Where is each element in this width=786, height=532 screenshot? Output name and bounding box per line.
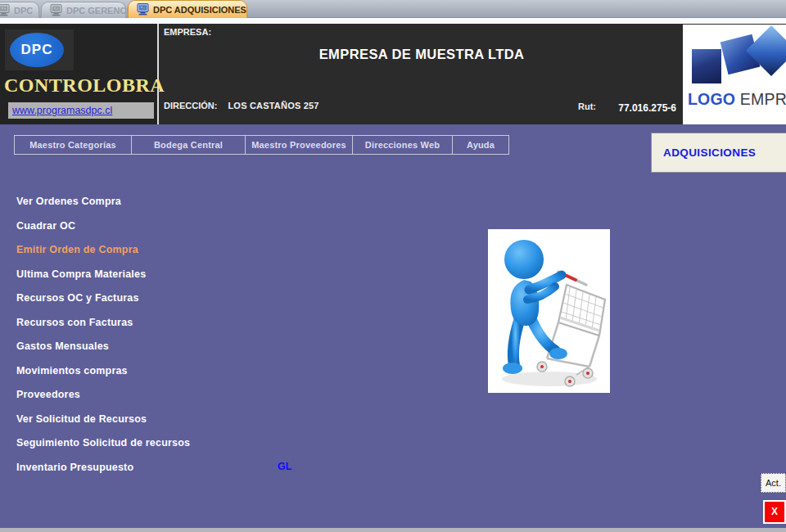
menubar-item-maestro-proveedores[interactable]: Maestro Proveedores xyxy=(246,136,353,154)
menu-bar: Maestro Categorías Bodega Central Maestr… xyxy=(14,135,509,155)
rut-value: 77.016.275-6 xyxy=(618,102,676,114)
website-link[interactable]: www.programasdpc.cl xyxy=(8,105,112,116)
monitor-icon xyxy=(0,4,11,16)
direccion-label: DIRECCIÓN: xyxy=(164,101,217,110)
header-brand-panel: DPC CONTROLOBRA www.programasdpc.cl xyxy=(0,24,159,124)
figure-with-shopping-cart xyxy=(488,229,610,393)
company-logo-panel: LOGO EMPRESA xyxy=(683,25,786,124)
nav-item-ultima-compra-materiales[interactable]: Ultima Compra Materiales xyxy=(16,263,190,287)
menubar-item-direcciones-web[interactable]: Direcciones Web xyxy=(353,136,453,154)
nav-item-seguimiento-solicitud[interactable]: Seguimiento Solicitud de recursos xyxy=(16,431,190,456)
nav-item-ver-solicitud-de-recursos[interactable]: Ver Solicitud de Recursos xyxy=(16,408,190,432)
dpc-logo-tile: DPC xyxy=(5,29,74,70)
company-name: EMPRESA DE MUESTRA LTDA xyxy=(160,47,683,62)
nav-item-cuadrar-oc[interactable]: Cuadrar OC xyxy=(16,214,190,239)
sidebar-nav: Ver Ordenes Compra Cuadrar OC Emitir Ord… xyxy=(16,190,190,480)
logo-word-2: EMPRESA xyxy=(740,90,786,108)
section-title-box: ADQUISICIONES xyxy=(651,133,786,173)
menubar-item-maestro-categorias[interactable]: Maestro Categorías xyxy=(15,136,132,154)
tab-label: DPC GERENCIA xyxy=(66,6,135,16)
menubar-item-bodega-central[interactable]: Bodega Central xyxy=(132,136,246,154)
logo-word-1: LOGO xyxy=(688,90,735,108)
act-button[interactable]: Act. xyxy=(761,473,786,493)
menubar-item-ayuda[interactable]: Ayuda xyxy=(453,136,508,154)
nav-item-recursos-con-facturas[interactable]: Recursos con Facturas xyxy=(16,311,190,336)
monitor-icon xyxy=(137,3,150,16)
tab-dpc[interactable]: DPC xyxy=(0,2,39,18)
direccion-row: DIRECCIÓN: LOS CASTAÑOS 257 xyxy=(164,101,319,110)
website-bar: www.programasdpc.cl xyxy=(8,102,154,119)
header-company-panel: EMPRESA: EMPRESA DE MUESTRA LTDA DIRECCI… xyxy=(160,24,683,124)
nav-item-movimientos-compras[interactable]: Movimientos compras xyxy=(16,359,190,384)
tab-dpc-gerencia[interactable]: DPC GERENCIA xyxy=(41,2,126,18)
nav-item-emitir-orden-de-compra[interactable]: Emitir Orden de Compra xyxy=(16,238,190,263)
nav-item-gastos-mensuales[interactable]: Gastos Mensuales xyxy=(16,335,190,359)
logo-empresa-text: LOGO EMPRESA xyxy=(688,90,786,109)
monitor-icon xyxy=(50,4,63,16)
tabbar-bottom-strip xyxy=(0,18,786,24)
shopping-cart-image xyxy=(488,229,610,393)
tab-dpc-adquisiciones[interactable]: DPC ADQUISICIONES xyxy=(128,0,247,18)
brand-title: CONTROLOBRA xyxy=(4,74,165,97)
rut-label: Rut: xyxy=(578,101,596,111)
tab-bar: DPC DPC GERENCIA DPC ADQUISICIONES xyxy=(0,0,786,18)
nav-item-proveedores[interactable]: Proveedores xyxy=(16,383,190,408)
app-header: DPC CONTROLOBRA www.programasdpc.cl EMPR… xyxy=(0,24,786,124)
section-title: ADQUISICIONES xyxy=(652,147,756,159)
nav-item-inventario-presupuesto[interactable]: Inventario Presupuesto xyxy=(16,456,190,480)
tab-label: DPC ADQUISICIONES xyxy=(153,5,246,15)
close-button[interactable]: X xyxy=(763,500,786,524)
direccion-value: LOS CASTAÑOS 257 xyxy=(228,101,318,110)
empresa-label: EMPRESA: xyxy=(164,27,211,37)
bottom-strip xyxy=(0,528,786,532)
dpc-logo: DPC xyxy=(10,33,64,67)
logo-diamond-icon xyxy=(692,49,721,83)
tab-label: DPC xyxy=(14,6,33,16)
gl-link[interactable]: GL xyxy=(278,455,291,480)
nav-item-recursos-oc-y-facturas[interactable]: Recursos OC y Facturas xyxy=(16,286,190,311)
nav-item-ver-ordenes-compra[interactable]: Ver Ordenes Compra xyxy=(16,190,190,214)
